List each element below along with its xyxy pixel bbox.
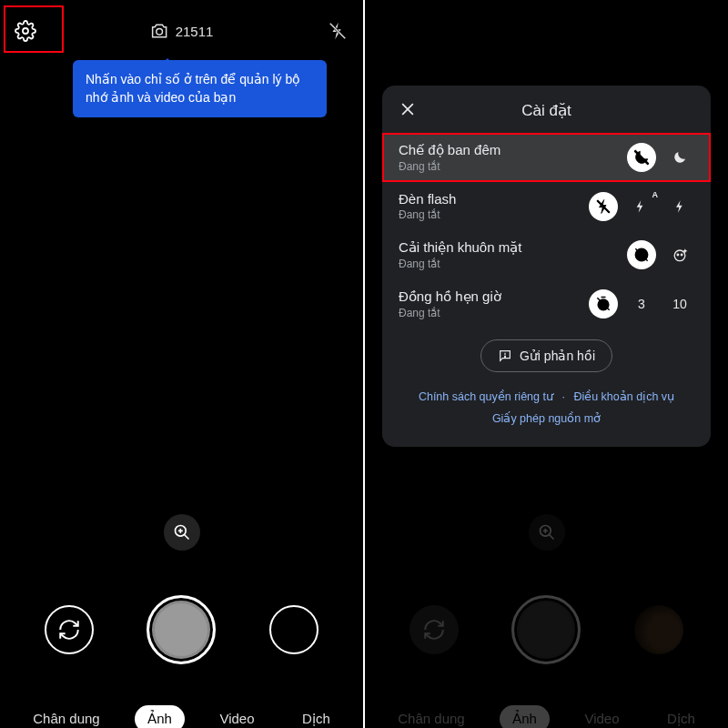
setting-sublabel: Đang tắt — [399, 258, 521, 270]
camera-icon — [150, 22, 168, 40]
mode-tab-photo[interactable]: Ảnh — [500, 705, 550, 729]
svg-point-30 — [504, 356, 505, 357]
svg-point-0 — [23, 28, 28, 34]
send-feedback-button[interactable]: Gửi phản hồi — [480, 339, 612, 372]
setting-sublabel: Đang tắt — [399, 307, 501, 319]
timer-off-icon — [594, 295, 612, 313]
setting-options: 3 10 — [589, 289, 694, 318]
gallery-thumbnail[interactable] — [634, 605, 683, 654]
shutter-button[interactable] — [511, 595, 581, 664]
svg-point-24 — [681, 254, 682, 256]
mode-tab-portrait[interactable]: Chân dung — [385, 705, 477, 728]
switch-camera-button[interactable] — [410, 605, 459, 654]
timer-10s-option[interactable]: 10 — [665, 289, 694, 318]
moon-icon — [672, 149, 688, 166]
terms-link[interactable]: Điều khoản dịch vụ — [573, 390, 674, 403]
top-bar: 21511 — [0, 9, 363, 53]
license-link[interactable]: Giấy phép nguồn mở — [492, 412, 601, 425]
setting-row-flash[interactable]: Đèn flash Đang tắt A — [382, 182, 711, 230]
face-sparkle-option[interactable] — [665, 240, 694, 269]
setting-sublabel: Đang tắt — [399, 208, 456, 221]
flash-auto-option[interactable]: A — [627, 192, 656, 221]
mode-tab-portrait[interactable]: Chân dung — [20, 705, 112, 728]
close-button[interactable] — [399, 100, 419, 120]
gear-icon — [15, 20, 36, 42]
flash-off-icon — [328, 21, 348, 41]
privacy-link[interactable]: Chính sách quyền riêng tư — [419, 390, 553, 403]
link-separator: · — [561, 390, 564, 403]
night-off-option[interactable] — [627, 143, 656, 172]
storage-tooltip: Nhấn vào chỉ số ở trên để quản lý bộ nhớ… — [73, 60, 327, 117]
setting-text: Chế độ ban đêm Đang tắt — [399, 142, 500, 173]
zoom-button[interactable] — [164, 514, 200, 551]
settings-button[interactable] — [11, 16, 40, 46]
flash-off-icon — [595, 198, 612, 215]
mode-tab-photo[interactable]: Ảnh — [135, 705, 185, 729]
setting-options — [627, 240, 694, 269]
flash-off-option[interactable] — [589, 192, 618, 221]
svg-point-20 — [643, 253, 645, 255]
magnify-plus-icon — [173, 523, 191, 541]
settings-links: Chính sách quyền riêng tư · Điều khoản d… — [382, 387, 711, 430]
setting-row-night-mode[interactable]: Chế độ ban đêm Đang tắt — [382, 133, 711, 182]
close-icon — [399, 100, 417, 118]
photo-count: 21511 — [176, 24, 214, 39]
setting-label: Đồng hồ hẹn giờ — [399, 288, 501, 305]
switch-camera-icon — [57, 618, 81, 642]
mode-tab-video[interactable]: Video — [571, 705, 632, 728]
setting-options — [627, 143, 694, 172]
feedback-label: Gửi phản hồi — [520, 349, 595, 363]
setting-row-face-enhance[interactable]: Cải thiện khuôn mặt Đang tắt — [382, 230, 711, 279]
gallery-thumbnail[interactable] — [269, 605, 318, 654]
setting-sublabel: Đang tắt — [399, 160, 500, 173]
setting-label: Cải thiện khuôn mặt — [399, 239, 521, 256]
switch-camera-icon — [422, 618, 446, 642]
face-sparkle-icon — [671, 246, 689, 264]
svg-line-5 — [184, 535, 188, 540]
svg-point-23 — [677, 254, 679, 256]
flash-on-option[interactable] — [665, 192, 694, 221]
svg-point-1 — [156, 29, 162, 35]
mode-tabs: Chân dung Ảnh Video Dịch — [365, 704, 728, 728]
tooltip-text: Nhấn vào chỉ số ở trên để quản lý bộ nhớ… — [86, 72, 300, 105]
setting-text: Đồng hồ hẹn giờ Đang tắt — [399, 288, 501, 319]
camera-screen-right: Chân dung Ảnh Video Dịch Cài đặt Chế độ … — [365, 0, 728, 728]
night-on-option[interactable] — [665, 143, 694, 172]
face-off-icon — [632, 246, 651, 264]
switch-camera-button[interactable] — [45, 605, 94, 654]
svg-point-22 — [674, 250, 685, 261]
magnify-plus-icon — [538, 523, 556, 541]
mode-tab-video[interactable]: Video — [207, 705, 267, 728]
svg-line-9 — [549, 535, 553, 540]
flash-toggle-button[interactable] — [323, 16, 352, 46]
setting-text: Đèn flash Đang tắt — [399, 191, 456, 221]
settings-title: Cài đặt — [382, 101, 711, 120]
setting-row-timer[interactable]: Đồng hồ hẹn giờ Đang tắt 3 10 — [382, 279, 711, 329]
shutter-button[interactable] — [147, 595, 216, 664]
setting-label: Đèn flash — [399, 191, 456, 207]
feedback-icon — [498, 349, 512, 363]
setting-label: Chế độ ban đêm — [399, 142, 500, 158]
mode-tab-translate[interactable]: Dịch — [289, 705, 343, 729]
settings-panel: Cài đặt Chế độ ban đêm Đang tắt Đèn flas… — [382, 86, 711, 447]
zoom-button[interactable] — [529, 514, 565, 551]
setting-text: Cải thiện khuôn mặt Đang tắt — [399, 239, 521, 270]
camera-screen-left: 21511 Nhấn vào chỉ số ở trên để quản lý … — [0, 0, 363, 728]
mode-tab-translate[interactable]: Dịch — [654, 705, 708, 729]
timer-3s-option[interactable]: 3 — [627, 289, 656, 318]
face-off-option[interactable] — [627, 240, 656, 269]
storage-indicator[interactable]: 21511 — [150, 22, 214, 40]
settings-header: Cài đặt — [382, 100, 711, 133]
flash-on-icon — [672, 199, 687, 214]
shutter-row — [0, 595, 363, 664]
timer-off-option[interactable] — [589, 289, 618, 318]
flash-auto-icon — [634, 199, 649, 214]
setting-options: A — [589, 192, 694, 221]
mode-tabs: Chân dung Ảnh Video Dịch — [0, 704, 363, 728]
shutter-row — [365, 595, 728, 664]
night-off-icon — [632, 148, 651, 167]
